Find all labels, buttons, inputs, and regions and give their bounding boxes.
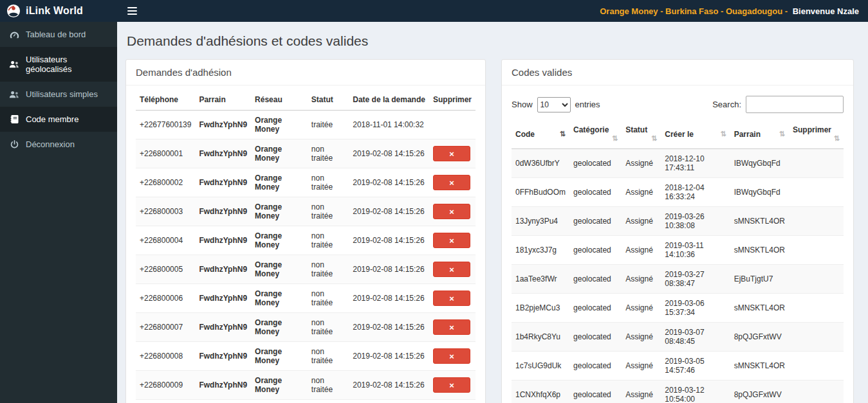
delete-button[interactable]: × xyxy=(433,233,470,248)
table-row: +226800003FwdhzYphN9Orange Moneynon trai… xyxy=(136,197,476,226)
search-input[interactable] xyxy=(746,96,844,113)
cell-parrain: sMNSKTL4OR xyxy=(730,294,789,323)
sidebar-item-utilisateurs-simples[interactable]: Utilisateurs simples xyxy=(0,82,117,107)
cell-telephone: +226800004 xyxy=(136,226,195,255)
cell-telephone: +226800007 xyxy=(136,313,195,342)
column-header-supprimer[interactable]: Supprimer⇅ xyxy=(789,120,844,149)
delete-button[interactable]: × xyxy=(433,204,470,219)
cell-date: 2019-02-08 14:15:26 xyxy=(349,342,429,371)
sidebar-item-utilisateurs-geolocalises[interactable]: Utilisateurs géolocalisés xyxy=(0,47,117,82)
cell-supprimer: × xyxy=(429,342,476,371)
sort-icon: ⇅ xyxy=(779,130,785,138)
adhesions-table: TéléphoneParrainRéseauStatutDate de la d… xyxy=(136,89,476,403)
cell-date: 2019-02-08 14:15:26 xyxy=(349,400,429,403)
brand-title: iLink World xyxy=(26,5,83,17)
hamburger-icon[interactable] xyxy=(117,0,147,22)
cell-supprimer: × xyxy=(429,139,476,168)
codes-panel-title: Codes valides xyxy=(502,60,853,85)
dashboard-icon xyxy=(9,30,19,39)
column-header-statut[interactable]: Statut⇅ xyxy=(622,120,661,149)
cell-telephone: +226800006 xyxy=(136,284,195,313)
cell-reseau: Orange Money xyxy=(251,400,308,403)
cell-parrain: FwdhzYphN9 xyxy=(195,371,251,400)
top-bar: iLink World Orange Money - Burkina Faso … xyxy=(0,0,868,22)
table-row: 0dW36UfbrYgeolocatedAssigné2018-12-10 17… xyxy=(512,149,844,178)
cell-statut: non traitée xyxy=(308,284,349,313)
context-location: Orange Money - Burkina Faso - Ouagadougo… xyxy=(600,6,788,16)
cell-parrain: FwdhzYphN9 xyxy=(195,111,251,139)
cell-parrain: FwdhzYphN9 xyxy=(195,139,251,168)
cell-categorie: geolocated xyxy=(569,178,622,207)
cell-parrain: EjBuTjgtU7 xyxy=(730,265,789,294)
column-header-parrain[interactable]: Parrain⇅ xyxy=(730,120,789,149)
column-label: Créer le xyxy=(665,130,694,139)
page-length-select[interactable]: 10 xyxy=(537,97,571,112)
cell-statut: non traitée xyxy=(308,255,349,284)
cell-statut: Assigné xyxy=(622,294,661,323)
cell-reseau: Orange Money xyxy=(251,226,308,255)
cell-statut: Assigné xyxy=(622,178,661,207)
sidebar-item-deconnexion[interactable]: Déconnexion xyxy=(0,132,117,157)
delete-button[interactable]: × xyxy=(433,146,470,161)
sidebar: Tableau de bordUtilisateurs géolocalisés… xyxy=(0,22,117,403)
adhesions-panel: Demandes d'adhésion TéléphoneParrainRése… xyxy=(125,59,486,403)
cell-date: 2019-02-08 14:15:26 xyxy=(349,197,429,226)
adhesions-panel-title: Demandes d'adhésion xyxy=(126,60,485,85)
page-title: Demandes d'adhésions et codes valides xyxy=(127,33,854,49)
sidebar-item-code-membre[interactable]: Code membre xyxy=(0,107,117,132)
cell-supprimer xyxy=(789,178,844,207)
column-header-categorie[interactable]: Catégorie⇅ xyxy=(569,120,622,149)
cell-supprimer: × xyxy=(429,197,476,226)
cell-statut: non traitée xyxy=(308,197,349,226)
cell-parrain: FwdhzYphN9 xyxy=(195,255,251,284)
cell-parrain: FwdhzYphN9 xyxy=(195,284,251,313)
cell-creer-le: 2019-03-06 15:37:34 xyxy=(661,294,730,323)
column-header-creer-le[interactable]: Créer le⇅ xyxy=(661,120,730,149)
cell-date: 2019-02-08 14:15:26 xyxy=(349,284,429,313)
column-header-telephone: Téléphone xyxy=(136,89,195,111)
cell-supprimer xyxy=(789,207,844,236)
delete-button[interactable]: × xyxy=(433,377,470,393)
sort-icon: ⇅ xyxy=(834,134,840,143)
cell-parrain: sMNSKTL4OR xyxy=(730,207,789,236)
table-row: 1c7sUG9dUkgeolocatedAssigné2019-03-05 14… xyxy=(512,352,844,381)
cell-parrain: 8pQJGFxtWV xyxy=(730,381,789,403)
cell-telephone: +226800002 xyxy=(136,168,195,197)
column-header-code[interactable]: Code⇅ xyxy=(512,120,569,149)
cell-parrain: sMNSKTL4OR xyxy=(730,352,789,381)
column-header-reseau: Réseau xyxy=(251,89,308,111)
cell-parrain: FwdhzYphN9 xyxy=(195,226,251,255)
brand[interactable]: iLink World xyxy=(0,0,117,22)
table-row: +226800002FwdhzYphN9Orange Moneynon trai… xyxy=(136,168,476,197)
column-header-parrain: Parrain xyxy=(195,89,251,111)
delete-button[interactable]: × xyxy=(433,262,470,277)
delete-button[interactable]: × xyxy=(433,319,470,335)
users-icon xyxy=(9,60,19,69)
delete-button[interactable]: × xyxy=(433,175,470,190)
delete-button[interactable]: × xyxy=(433,348,470,364)
table-row: +226800009FwdhzYphN9Orange Moneynon trai… xyxy=(136,371,476,400)
column-label: Statut xyxy=(625,125,647,134)
cell-supprimer: × xyxy=(429,255,476,284)
cell-statut: Assigné xyxy=(622,265,661,294)
cell-date: 2019-02-08 14:15:26 xyxy=(349,226,429,255)
sidebar-item-tableau-de-bord[interactable]: Tableau de bord xyxy=(0,22,117,47)
sort-icon: ⇅ xyxy=(720,130,726,138)
cell-creer-le: 2018-12-10 17:43:11 xyxy=(661,149,730,178)
cell-code: 1CNXhfqX6p xyxy=(512,381,569,403)
table-row: +226800007FwdhzYphN9Orange Moneynon trai… xyxy=(136,313,476,342)
app-logo xyxy=(6,4,21,18)
cell-categorie: geolocated xyxy=(569,207,622,236)
delete-button[interactable]: × xyxy=(433,291,470,306)
cell-parrain: IBWqyGbqFd xyxy=(730,149,789,178)
cell-categorie: geolocated xyxy=(569,265,622,294)
cell-creer-le: 2019-03-27 08:38:47 xyxy=(661,265,730,294)
cell-supprimer xyxy=(789,323,844,352)
adhesions-tbody: +22677600139FwdhzYphN9Orange Moneytraité… xyxy=(136,111,476,403)
book-icon xyxy=(9,115,19,124)
cell-statut: Assigné xyxy=(622,149,661,178)
cell-statut: Assigné xyxy=(622,381,661,403)
cell-creer-le: 2019-03-05 14:57:46 xyxy=(661,352,730,381)
cell-telephone: +226800010 xyxy=(136,400,195,403)
sort-icon: ⇅ xyxy=(612,134,618,143)
